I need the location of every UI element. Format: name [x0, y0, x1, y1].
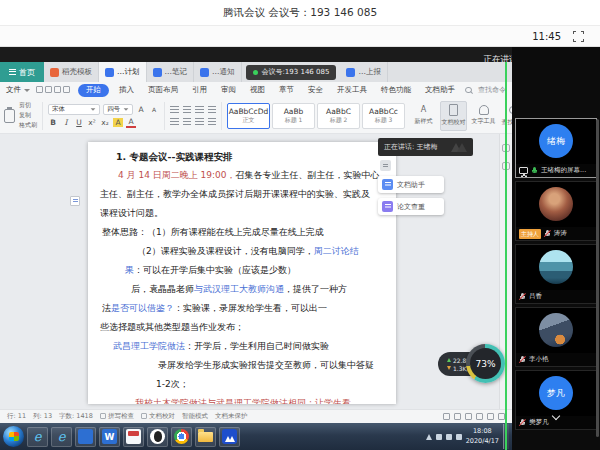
- tab-document-report[interactable]: …上报: [340, 62, 388, 82]
- grow-font-button[interactable]: A: [136, 105, 146, 114]
- participant-tile-screen-share[interactable]: 绪梅 王绪梅的屏幕...: [515, 118, 597, 178]
- tab-document-plan[interactable]: …计划: [99, 62, 147, 82]
- wps-home-tab[interactable]: 首页: [0, 62, 44, 82]
- search-hint[interactable]: 查找命令、搜索模板: [478, 85, 506, 95]
- menu-tab-features[interactable]: 特色功能: [377, 84, 415, 96]
- justify-icon[interactable]: [195, 118, 204, 126]
- format-painter-button[interactable]: 格式刷: [19, 121, 37, 130]
- align-center-icon[interactable]: [183, 118, 191, 126]
- speaking-overlay-pill: 正在讲话: 王绪梅: [378, 138, 473, 156]
- participant-tile[interactable]: 梦凡 樊梦凡: [515, 370, 597, 430]
- bullet-list-icon[interactable]: [170, 106, 179, 114]
- tab-docer-templates[interactable]: 稻壳模板: [44, 62, 99, 82]
- tab-document-notes[interactable]: …笔记: [147, 62, 195, 82]
- spellcheck-status[interactable]: 拼写检查: [100, 412, 134, 421]
- menu-tab-references[interactable]: 引用: [188, 84, 211, 96]
- page-view-icon[interactable]: [454, 413, 461, 420]
- outline-view-icon[interactable]: [476, 413, 483, 420]
- underline-button[interactable]: U: [74, 118, 84, 127]
- tray-icon-3[interactable]: [456, 434, 462, 440]
- tray-icon-1[interactable]: [436, 434, 442, 440]
- menu-tab-home[interactable]: 开始: [78, 84, 109, 97]
- bold-button[interactable]: B: [48, 118, 58, 127]
- font-name-select[interactable]: 宋体: [48, 104, 100, 115]
- start-button[interactable]: [3, 426, 24, 447]
- ie-taskbar-icon[interactable]: e: [27, 427, 48, 447]
- doc-proof-status[interactable]: 文档校对: [141, 412, 175, 421]
- tab-document-notice[interactable]: …通知: [194, 62, 242, 82]
- wps-writer-taskbar-icon[interactable]: W: [99, 427, 120, 447]
- participant-tile[interactable]: 主持人 涛涛: [515, 181, 597, 241]
- divider: [164, 102, 165, 130]
- italic-button[interactable]: I: [61, 118, 71, 127]
- tray-expand-icon[interactable]: [426, 434, 432, 440]
- menu-tab-security[interactable]: 安全: [304, 84, 327, 96]
- highlight-color-button[interactable]: A: [113, 118, 123, 127]
- print-icon[interactable]: [45, 86, 52, 93]
- font-size-select[interactable]: 四号: [103, 104, 133, 115]
- sidebar-scrollbar[interactable]: [596, 119, 599, 437]
- memory-usage-ball[interactable]: 73%: [466, 344, 505, 383]
- increase-indent-icon[interactable]: [208, 106, 216, 114]
- quick-access-toolbar[interactable]: [36, 86, 72, 95]
- document-line: 整体思路：（1）所有课程能在线上完成尽量在线上完成: [100, 223, 382, 242]
- qq-taskbar-icon[interactable]: [147, 427, 168, 447]
- new-style-button[interactable]: A 新样式: [410, 101, 437, 131]
- copy-button[interactable]: 复制: [19, 111, 37, 120]
- style-heading2[interactable]: AaBbC 标题 2: [317, 103, 360, 129]
- subscript-button[interactable]: x₂: [100, 118, 110, 127]
- meeting-id-overlay[interactable]: 会议号:193 146 085: [246, 65, 337, 80]
- align-left-icon[interactable]: [170, 118, 179, 126]
- tencent-meeting-taskbar-icon[interactable]: [219, 427, 240, 447]
- explorer-taskbar-icon[interactable]: [195, 427, 216, 447]
- fullscreen-icon[interactable]: [573, 31, 584, 42]
- ie-taskbar-icon-2[interactable]: e: [51, 427, 72, 447]
- paste-icon[interactable]: [4, 109, 15, 123]
- line-spacing-icon[interactable]: [208, 118, 216, 126]
- style-heading1[interactable]: AaBb 标题 1: [272, 103, 315, 129]
- chrome-taskbar-icon[interactable]: [171, 427, 192, 447]
- word-count[interactable]: 字数: 1418: [59, 412, 93, 421]
- zoom-in-icon[interactable]: [498, 413, 505, 420]
- save-icon[interactable]: [36, 86, 43, 93]
- fullscreen-view-icon[interactable]: [443, 413, 450, 420]
- document-page[interactable]: 1. 专题会议--实践课程安排4 月 14 日周二晚上 19:00，召集各专业主…: [88, 142, 396, 404]
- participants-sidebar: 绪梅 王绪梅的屏幕... 主持人 涛涛: [512, 47, 600, 450]
- menu-tab-developer[interactable]: 开发工具: [333, 84, 371, 96]
- zoom-out-icon[interactable]: [487, 413, 494, 420]
- smart-mode-status[interactable]: 智能模式: [182, 412, 208, 421]
- menu-tab-page-layout[interactable]: 页面布局: [144, 84, 182, 96]
- menu-tab-section[interactable]: 章节: [275, 84, 298, 96]
- revision-mark-icon[interactable]: [70, 196, 80, 206]
- doc-proof-button[interactable]: 文档校对: [440, 101, 467, 131]
- numbered-list-icon[interactable]: [183, 106, 191, 114]
- menu-tab-insert[interactable]: 插入: [115, 84, 138, 96]
- menu-tab-review[interactable]: 审阅: [217, 84, 240, 96]
- participant-tile[interactable]: 吕香: [515, 244, 597, 304]
- font-color-button[interactable]: A: [126, 117, 136, 128]
- cut-button[interactable]: 剪切: [19, 101, 37, 110]
- panel-collapse-handle[interactable]: [380, 160, 391, 171]
- web-view-icon[interactable]: [465, 413, 472, 420]
- style-heading3[interactable]: AaBbCc 标题 3: [362, 103, 405, 129]
- menu-tab-view[interactable]: 视图: [246, 84, 269, 96]
- undo-icon[interactable]: [54, 86, 61, 93]
- doc-assistant-float-button[interactable]: 文档助手: [378, 176, 444, 193]
- decrease-indent-icon[interactable]: [195, 106, 204, 114]
- blue-app-taskbar-icon[interactable]: [75, 427, 96, 447]
- search-icon[interactable]: [465, 87, 472, 94]
- text-tools-button[interactable]: 文字工具: [470, 101, 497, 131]
- shrink-font-button[interactable]: A: [149, 106, 159, 113]
- protection-status[interactable]: 文档未保护: [215, 412, 248, 421]
- docs-app-taskbar-icon[interactable]: [123, 427, 144, 447]
- view-mode-switcher[interactable]: [443, 413, 505, 420]
- participant-tile[interactable]: 李小艳: [515, 307, 597, 367]
- file-menu[interactable]: 文件: [6, 85, 30, 95]
- taskbar-clock[interactable]: 18:08 2020/4/17: [466, 427, 499, 447]
- tray-icon-2[interactable]: [446, 434, 452, 440]
- plagiarism-check-float-button[interactable]: 论文查重: [378, 198, 444, 215]
- redo-icon[interactable]: [63, 86, 70, 93]
- style-normal[interactable]: AaBbCcDd 正文: [227, 103, 270, 129]
- menu-tab-doc-assistant[interactable]: 文档助手: [421, 84, 459, 96]
- superscript-button[interactable]: x²: [87, 118, 97, 127]
